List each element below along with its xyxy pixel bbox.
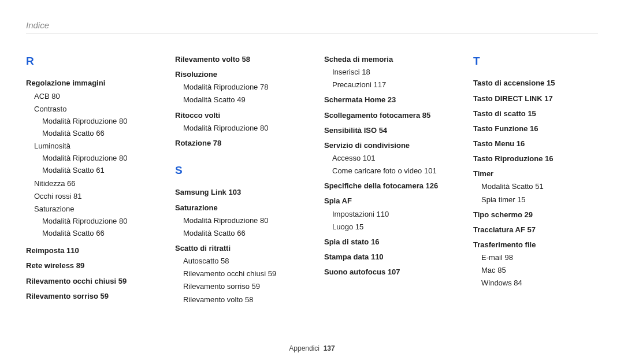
index-entry: Spia timer 15 <box>481 194 598 206</box>
index-entry: Nitidezza 66 <box>34 178 151 190</box>
column-1: R Regolazione immaginiACB 80ContrastoMod… <box>26 50 151 306</box>
index-entry: Rotazione 78 <box>175 138 300 149</box>
index-entry: Rilevamento volto 58 <box>183 294 300 306</box>
index-entry: Tasto DIRECT LINK 17 <box>473 93 598 105</box>
index-letter-r: R <box>26 53 151 69</box>
col4-list: Tasto di accensione 15Tasto DIRECT LINK … <box>473 77 598 289</box>
index-entry: Regolazione immagini <box>26 77 151 89</box>
index-entry: Rilevamento occhi chiusi 59 <box>183 268 300 280</box>
index-entry: E-mail 98 <box>481 252 598 263</box>
index-entry: Trasferimento file <box>473 239 598 251</box>
index-entry: Mac 85 <box>481 265 598 276</box>
index-entry: Suono autofocus 107 <box>324 266 449 278</box>
index-entry: Rete wireless 89 <box>26 260 151 272</box>
index-entry: Accesso 101 <box>332 153 449 164</box>
index-entry: Spia di stato 16 <box>324 236 449 248</box>
index-entry: Specifiche della fotocamera 126 <box>324 180 449 192</box>
index-entry: Risoluzione <box>175 69 300 80</box>
index-entry: Samsung Link 103 <box>175 187 300 198</box>
col1-list: Regolazione immaginiACB 80ContrastoModal… <box>26 77 151 302</box>
index-letter-t: T <box>473 53 598 69</box>
index-entry: Rilevamento volto 58 <box>175 54 300 65</box>
index-entry: Modalità Scatto 61 <box>42 165 151 176</box>
footer-label: Appendici <box>289 344 320 352</box>
index-entry: Impostazioni 110 <box>332 209 449 220</box>
index-entry: Inserisci 18 <box>332 66 449 78</box>
index-entry: Spia AF <box>324 195 449 207</box>
index-entry: Modalità Riproduzione 80 <box>183 215 300 226</box>
index-entry: Luminosità <box>34 140 151 152</box>
index-entry: Occhi rossi 81 <box>34 191 151 202</box>
index-entry: Sensibilità ISO 54 <box>324 125 449 136</box>
index-entry: Rilevamento occhi chiusi 59 <box>26 276 151 287</box>
page-header: Indice <box>26 20 598 34</box>
column-4: T Tasto di accensione 15Tasto DIRECT LIN… <box>473 50 598 306</box>
index-entry: Luogo 15 <box>332 221 449 233</box>
index-entry: Tasto Riproduzione 16 <box>473 153 598 165</box>
index-entry: Tasto Menu 16 <box>473 138 598 150</box>
index-entry: Ritocco volti <box>175 110 300 121</box>
index-entry: Stampa data 110 <box>324 251 449 263</box>
index-entry: Schermata Home 23 <box>324 94 449 106</box>
index-entry: Modalità Riproduzione 80 <box>42 116 151 127</box>
index-entry: Tasto Funzione 16 <box>473 123 598 135</box>
index-entry: Modalità Scatto 49 <box>183 94 300 106</box>
index-entry: Come caricare foto o video 101 <box>332 165 449 177</box>
index-entry: Scollegamento fotocamera 85 <box>324 110 449 121</box>
index-entry: Saturazione <box>175 202 300 214</box>
col2-list-a: Rilevamento volto 58RisoluzioneModalità … <box>175 54 300 149</box>
index-entry: Modalità Scatto 66 <box>42 128 151 139</box>
index-entry: Tipo schermo 29 <box>473 209 598 221</box>
page-footer: Appendici 137 <box>0 344 624 352</box>
col2-list-b: Samsung Link 103SaturazioneModalità Ripr… <box>175 187 300 305</box>
column-3: Scheda di memoriaInserisci 18Precauzioni… <box>324 50 449 306</box>
index-entry: Autoscatto 58 <box>183 255 300 267</box>
index-entry: Modalità Riproduzione 80 <box>183 122 300 134</box>
index-entry: Tasto di accensione 15 <box>473 77 598 89</box>
footer-page-number: 137 <box>324 344 335 352</box>
index-entry: Modalità Riproduzione 80 <box>42 216 151 227</box>
index-entry: Rilevamento sorriso 59 <box>183 281 300 292</box>
index-columns: R Regolazione immaginiACB 80ContrastoMod… <box>26 50 598 306</box>
col3-list: Scheda di memoriaInserisci 18Precauzioni… <box>324 54 449 278</box>
index-entry: Precauzioni 117 <box>332 79 449 91</box>
index-entry: Timer <box>473 168 598 180</box>
index-entry: Modalità Scatto 51 <box>481 181 598 192</box>
index-entry: Tracciatura AF 57 <box>473 224 598 236</box>
index-entry: Servizio di condivisione <box>324 140 449 151</box>
index-entry: Tasto di scatto 15 <box>473 108 598 120</box>
index-entry: Contrasto <box>34 103 151 115</box>
index-entry: Modalità Scatto 66 <box>42 228 151 239</box>
index-entry: Saturazione <box>34 203 151 215</box>
index-entry: Windows 84 <box>481 277 598 289</box>
index-entry: Modalità Riproduzione 78 <box>183 81 300 93</box>
index-entry: Reimposta 110 <box>26 245 151 257</box>
index-letter-s: S <box>175 162 300 179</box>
index-entry: Modalità Riproduzione 80 <box>42 153 151 164</box>
index-entry: Scheda di memoria <box>324 54 449 65</box>
index-entry: Rilevamento sorriso 59 <box>26 291 151 302</box>
index-entry: Modalità Scatto 66 <box>183 228 300 239</box>
index-entry: ACB 80 <box>34 91 151 102</box>
index-entry: Scatto di ritratti <box>175 243 300 254</box>
column-2: Rilevamento volto 58RisoluzioneModalità … <box>175 50 300 306</box>
